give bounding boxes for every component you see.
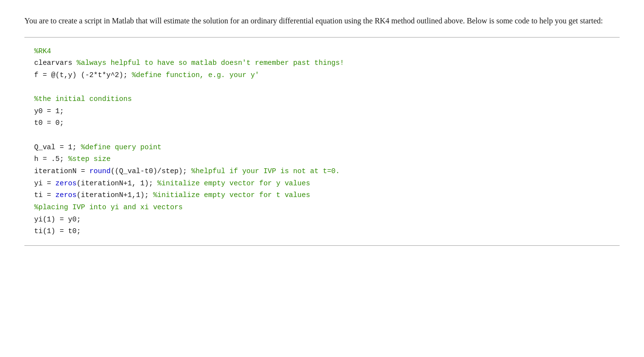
code-line-13: ti = zeros(iterationN+1,1); %initialize … — [34, 189, 610, 201]
code-line-3: f = @(t,y) (-2*t*y^2); %define function,… — [34, 69, 610, 81]
code-line-16: ti(1) = t0; — [34, 225, 610, 238]
code-line-15: yi(1) = y0; — [34, 214, 610, 226]
intro-paragraph: You are to create a script in Matlab tha… — [24, 15, 610, 27]
code-line-5: %the initial conditions — [34, 93, 610, 105]
code-line-12: yi = zeros(iterationN+1, 1); %initalize … — [34, 178, 610, 190]
code-line-6: y0 = 1; — [34, 105, 610, 118]
code-empty-1 — [34, 81, 610, 94]
code-line-7: t0 = 0; — [34, 117, 610, 129]
code-block: %RK4 clearvars %always helpful to have s… — [24, 38, 620, 246]
code-line-2: clearvars %always helpful to have so mat… — [34, 57, 610, 69]
code-line-1: %RK4 — [34, 45, 610, 58]
code-empty-2 — [34, 129, 610, 141]
code-line-9: Q_val = 1; %define query point — [34, 141, 610, 154]
code-line-10: h = .5; %step size — [34, 153, 610, 165]
code-line-11: iterationN = round((Q_val-t0)/step); %he… — [34, 165, 610, 178]
code-line-14: %placing IVP into yi and xi vectors — [34, 201, 610, 214]
